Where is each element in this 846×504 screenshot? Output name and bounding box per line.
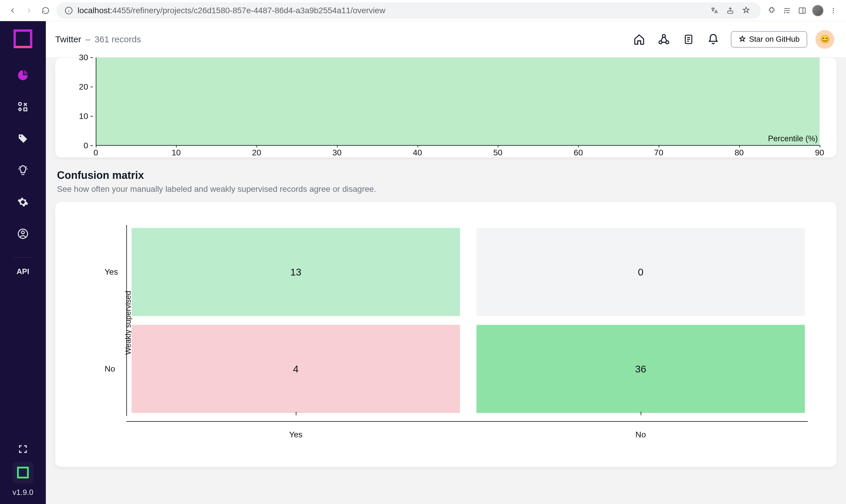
- url-bar[interactable]: localhost:4455/refinery/projects/c26d158…: [56, 2, 761, 19]
- secondary-logo-icon[interactable]: [12, 462, 34, 483]
- app-header: Twitter – 361 records Star on GitHub 😊: [46, 21, 846, 58]
- reload-icon[interactable]: [40, 5, 51, 16]
- star-github-label: Star on GitHub: [749, 35, 799, 44]
- x-tick: 30: [332, 148, 342, 158]
- cm-cell-fp: 4: [131, 325, 460, 413]
- sidebar-item-admin[interactable]: [12, 223, 34, 245]
- url-text: localhost:4455/refinery/projects/c26d158…: [77, 6, 385, 15]
- y-tick: 30: [79, 53, 93, 62]
- translate-icon[interactable]: [708, 5, 721, 16]
- y-tick: 0: [84, 141, 93, 150]
- x-tick: 0: [93, 148, 98, 158]
- kebab-menu-icon[interactable]: [828, 5, 839, 16]
- x-tick: 40: [413, 148, 422, 158]
- svg-rect-13: [24, 108, 27, 111]
- x-tick: 50: [493, 148, 502, 158]
- model-icon[interactable]: [656, 31, 672, 48]
- sidebar-item-heuristics[interactable]: [12, 160, 34, 181]
- section-title: Confusion matrix: [57, 169, 836, 181]
- cm-cell-tn: 36: [476, 325, 805, 413]
- star-icon: [738, 36, 746, 43]
- info-icon: [65, 6, 73, 15]
- user-avatar[interactable]: 😊: [815, 30, 834, 49]
- cm-col-label-yes: Yes: [131, 430, 460, 439]
- docs-icon[interactable]: [680, 31, 697, 48]
- sidebar-item-overview[interactable]: [12, 65, 34, 86]
- svg-line-18: [19, 166, 20, 167]
- cm-cell-tp: 13: [131, 228, 460, 316]
- svg-point-9: [833, 8, 834, 9]
- back-icon[interactable]: [7, 5, 18, 16]
- cm-col-label-no: No: [476, 430, 805, 439]
- sidebar-item-api[interactable]: API: [16, 267, 29, 276]
- breadcrumb: Twitter – 361 records: [55, 34, 141, 44]
- x-tick: 60: [574, 148, 583, 158]
- share-icon[interactable]: [724, 5, 737, 16]
- browser-toolbar: localhost:4455/refinery/projects/c26d158…: [0, 0, 846, 21]
- cm-row-label-yes: Yes: [105, 267, 118, 277]
- fullscreen-icon[interactable]: [12, 438, 34, 460]
- record-count: 361 records: [95, 34, 141, 44]
- svg-point-21: [21, 231, 24, 234]
- y-tick: 20: [79, 82, 93, 92]
- x-tick: 10: [172, 148, 181, 158]
- x-tick: 20: [252, 148, 261, 158]
- y-tick: 10: [79, 112, 93, 121]
- star-github-button[interactable]: Star on GitHub: [731, 31, 807, 48]
- app-sidebar: API v1.9.0: [0, 21, 46, 504]
- project-name: Twitter: [55, 34, 81, 44]
- breadcrumb-dash: –: [86, 34, 90, 44]
- svg-point-12: [18, 103, 21, 105]
- extensions-icon[interactable]: [766, 5, 777, 16]
- side-panel-icon[interactable]: [797, 5, 808, 16]
- percentile-chart-card: Percentile (%) 0102030 01020304050607080…: [55, 58, 836, 158]
- x-tick: 70: [654, 148, 663, 158]
- percentile-chart: Percentile (%) 0102030 01020304050607080…: [96, 58, 820, 146]
- sidebar-item-data[interactable]: [12, 96, 34, 118]
- confusion-matrix-grid: Yes No 13 0 4 36 Yes No: [131, 228, 805, 413]
- cm-row-label-no: No: [105, 364, 115, 374]
- confusion-matrix-card: Weakly supervised Manually labeled Yes N…: [55, 202, 836, 467]
- x-tick: 90: [815, 148, 824, 158]
- svg-point-11: [833, 12, 834, 13]
- bookmark-star-icon[interactable]: [740, 5, 753, 16]
- app-logo-icon[interactable]: [14, 29, 32, 48]
- home-icon[interactable]: [631, 31, 647, 48]
- x-tick: 80: [735, 148, 744, 158]
- cm-y-axis-line: [126, 225, 127, 416]
- cm-cell-fn: 0: [476, 228, 805, 316]
- svg-point-10: [833, 10, 834, 11]
- version-label: v1.9.0: [13, 488, 34, 497]
- profile-avatar-icon[interactable]: [812, 5, 824, 16]
- forward-icon[interactable]: [23, 5, 35, 16]
- main-content: Twitter – 361 records Star on GitHub 😊: [46, 21, 846, 504]
- x-axis-label: Percentile (%): [768, 134, 818, 143]
- svg-line-19: [26, 166, 26, 167]
- svg-rect-7: [799, 7, 806, 13]
- section-subtitle: See how often your manually labeled and …: [57, 184, 836, 194]
- sidebar-item-labeling[interactable]: [12, 128, 34, 149]
- sidebar-item-settings[interactable]: [12, 192, 34, 213]
- cm-x-axis-line: [126, 421, 808, 422]
- notifications-icon[interactable]: [705, 31, 721, 48]
- reading-list-icon[interactable]: [781, 5, 793, 16]
- svg-point-14: [20, 136, 21, 137]
